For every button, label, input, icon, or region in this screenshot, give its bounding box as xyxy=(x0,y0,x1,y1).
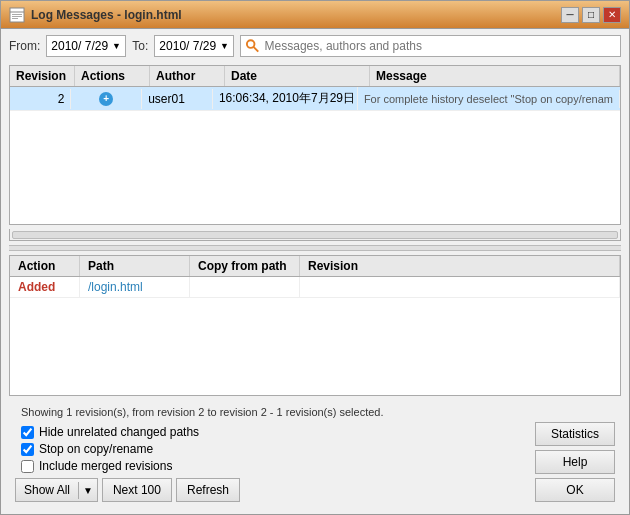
statistics-button[interactable]: Statistics xyxy=(535,422,615,446)
log-table: Revision Actions Author Date Message 2 +… xyxy=(9,65,621,225)
cell-message: For complete history deselect "Stop on c… xyxy=(358,90,620,108)
show-all-button[interactable]: Show All ▼ xyxy=(15,478,98,502)
main-window: Log Messages - login.html ─ □ ✕ From: 20… xyxy=(0,0,630,515)
checkbox-row-2: Stop on copy/rename xyxy=(21,442,525,456)
col-message: Message xyxy=(370,66,620,86)
path-table-body: Added /login.html xyxy=(10,277,620,395)
hide-unrelated-label: Hide unrelated changed paths xyxy=(39,425,199,439)
col-actions: Actions xyxy=(75,66,150,86)
path-table: Action Path Copy from path Revision Adde… xyxy=(9,255,621,396)
search-input[interactable] xyxy=(265,39,616,53)
to-date-selector[interactable]: 2010/ 7/29 xyxy=(154,35,234,57)
minimize-button[interactable]: ─ xyxy=(561,7,579,23)
bottom-actions-row: Show All ▼ Next 100 Refresh xyxy=(15,478,531,502)
pcell-rev xyxy=(300,277,620,297)
log-table-body: 2 + user01 16:06:34, 2010年7月29日 For comp… xyxy=(10,87,620,224)
checkbox-row-1: Hide unrelated changed paths xyxy=(21,425,525,439)
svg-rect-2 xyxy=(12,14,22,15)
cell-date: 16:06:34, 2010年7月29日 xyxy=(213,87,358,110)
cell-actions: + xyxy=(71,89,142,109)
log-table-header: Revision Actions Author Date Message xyxy=(10,66,620,87)
svg-point-5 xyxy=(247,40,255,48)
bottom-right-area: Statistics Help OK xyxy=(535,422,615,502)
pcol-rev: Revision xyxy=(300,256,620,276)
status-bar: Showing 1 revision(s), from revision 2 t… xyxy=(15,402,531,420)
from-date-selector[interactable]: 2010/ 7/29 xyxy=(46,35,126,57)
pcell-path: /login.html xyxy=(80,277,190,297)
search-box[interactable] xyxy=(240,35,621,57)
cell-author: user01 xyxy=(142,89,213,109)
col-author: Author xyxy=(150,66,225,86)
to-label: To: xyxy=(132,39,148,53)
toolbar-row: From: 2010/ 7/29 To: 2010/ 7/29 xyxy=(9,35,621,57)
pcell-action: Added xyxy=(10,277,80,297)
title-bar-left: Log Messages - login.html xyxy=(9,7,182,23)
hide-unrelated-checkbox[interactable] xyxy=(21,426,34,439)
close-button[interactable]: ✕ xyxy=(603,7,621,23)
pcol-action: Action xyxy=(10,256,80,276)
action-add-icon: + xyxy=(99,92,113,106)
svg-rect-4 xyxy=(12,18,18,19)
include-merged-checkbox[interactable] xyxy=(21,460,34,473)
section-divider xyxy=(9,245,621,251)
title-buttons: ─ □ ✕ xyxy=(561,7,621,23)
include-merged-label: Include merged revisions xyxy=(39,459,172,473)
window-title: Log Messages - login.html xyxy=(31,8,182,22)
svg-line-6 xyxy=(254,47,259,52)
content-area: From: 2010/ 7/29 To: 2010/ 7/29 Revision… xyxy=(1,29,629,514)
ok-button[interactable]: OK xyxy=(535,478,615,502)
help-button[interactable]: Help xyxy=(535,450,615,474)
path-row[interactable]: Added /login.html xyxy=(10,277,620,298)
pcell-copy xyxy=(190,277,300,297)
checkboxes-group: Hide unrelated changed paths Stop on cop… xyxy=(15,423,531,475)
table-row[interactable]: 2 + user01 16:06:34, 2010年7月29日 For comp… xyxy=(10,87,620,111)
next-100-button[interactable]: Next 100 xyxy=(102,478,172,502)
bottom-left-area: Showing 1 revision(s), from revision 2 t… xyxy=(15,402,531,502)
show-all-label: Show All xyxy=(16,480,78,500)
maximize-button[interactable]: □ xyxy=(582,7,600,23)
col-date: Date xyxy=(225,66,370,86)
stop-on-copy-checkbox[interactable] xyxy=(21,443,34,456)
pcol-path: Path xyxy=(80,256,190,276)
checkbox-row-3: Include merged revisions xyxy=(21,459,525,473)
window-icon xyxy=(9,7,25,23)
horizontal-scrollbar[interactable] xyxy=(9,229,621,241)
show-all-dropdown-arrow[interactable]: ▼ xyxy=(78,482,97,499)
from-label: From: xyxy=(9,39,40,53)
svg-rect-3 xyxy=(12,16,22,17)
scrollbar-track xyxy=(12,231,618,239)
cell-revision: 2 xyxy=(10,89,71,109)
refresh-button[interactable]: Refresh xyxy=(176,478,240,502)
pcol-copy: Copy from path xyxy=(190,256,300,276)
stop-on-copy-label: Stop on copy/rename xyxy=(39,442,153,456)
search-icon xyxy=(245,38,260,54)
col-revision: Revision xyxy=(10,66,75,86)
bottom-section: Showing 1 revision(s), from revision 2 t… xyxy=(9,400,621,508)
title-bar: Log Messages - login.html ─ □ ✕ xyxy=(1,1,629,29)
path-table-header: Action Path Copy from path Revision xyxy=(10,256,620,277)
